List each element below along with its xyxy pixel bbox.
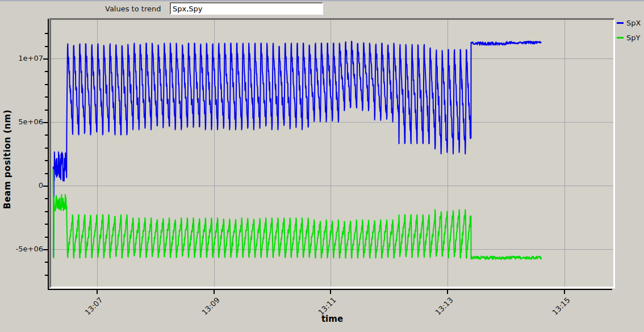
x-major-tick <box>447 290 448 294</box>
x-major-tick <box>214 290 215 294</box>
y-minor-tick <box>45 110 48 111</box>
y-tick-label: -5e+06 <box>3 245 43 254</box>
legend-label-spy: SpY <box>626 33 640 42</box>
y-minor-tick <box>45 148 48 149</box>
legend-swatch-spx <box>617 22 624 24</box>
x-axis-title: time <box>51 314 613 324</box>
plot-canvas <box>51 20 613 287</box>
x-major-tick <box>97 290 98 294</box>
y-minor-tick <box>45 262 48 263</box>
y-minor-tick <box>45 211 48 212</box>
y-major-tick <box>43 58 48 60</box>
legend-label-spx: SpX <box>626 19 641 27</box>
y-axis-line <box>48 19 49 289</box>
y-minor-tick <box>45 84 48 85</box>
y-minor-tick <box>45 46 48 47</box>
legend-swatch-spy <box>617 37 624 39</box>
plot-frame <box>49 18 615 288</box>
y-tick-label: 5e+06 <box>3 117 43 127</box>
y-minor-tick <box>45 198 48 199</box>
y-major-tick <box>43 122 48 123</box>
y-minor-tick <box>45 275 48 276</box>
y-major-tick <box>43 186 48 187</box>
y-minor-tick <box>45 135 48 136</box>
x-major-tick <box>330 290 331 294</box>
y-minor-tick <box>45 237 48 238</box>
legend-item-spx: SpX <box>617 19 641 27</box>
y-minor-tick <box>45 224 48 225</box>
legend-item-spy: SpY <box>617 33 641 42</box>
y-minor-tick <box>45 96 48 98</box>
values-to-trend-label: Values to trend <box>105 5 161 13</box>
y-minor-tick <box>45 33 48 34</box>
y-major-tick <box>43 249 48 250</box>
y-tick-label: 0 <box>3 181 43 190</box>
y-minor-tick <box>45 71 48 72</box>
y-tick-label: 1e+07 <box>3 54 43 63</box>
legend: SpXSpY <box>617 19 641 48</box>
x-major-tick <box>564 290 565 294</box>
y-minor-tick <box>45 173 48 174</box>
y-minor-tick <box>45 160 48 161</box>
values-to-trend-input[interactable] <box>170 2 323 15</box>
window-top-border <box>0 0 644 1</box>
